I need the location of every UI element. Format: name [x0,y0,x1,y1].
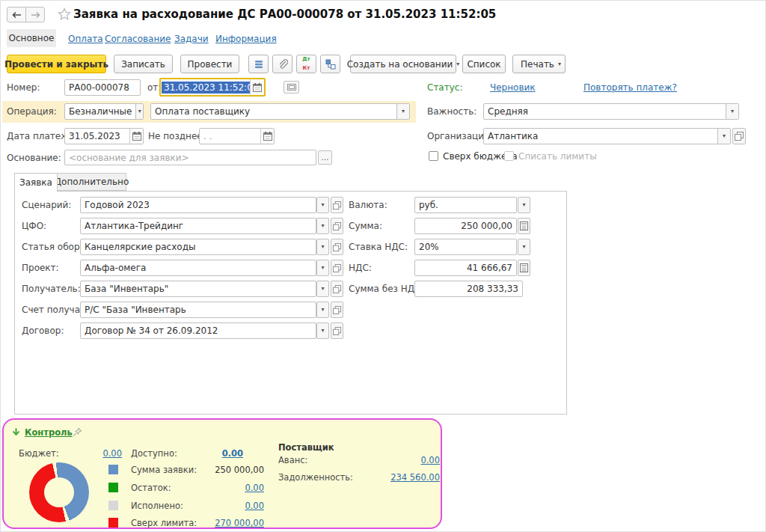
expand-down-icon[interactable] [12,428,20,437]
organization-open-button[interactable] [732,128,746,144]
forward-button[interactable] [25,7,45,22]
calendar-icon [263,132,272,141]
tab-dopolnitelno[interactable]: Дополнительно [57,173,126,191]
contract-open-button[interactable] [331,322,343,339]
available-value-link[interactable]: 0.00 [200,448,243,459]
over-budget-checkbox[interactable] [429,151,438,161]
recipient-field[interactable]: База "Инвентарь" [80,281,316,297]
vat-rate-field[interactable]: 20% [414,239,517,255]
open-item-icon [333,327,341,335]
recipient-account-choose-button[interactable]: ▾ [316,302,329,318]
basis-field[interactable]: <основание для заявки> [64,150,316,165]
open-item-icon [333,243,341,251]
chevron-down-icon[interactable]: ▾ [135,104,143,119]
debt-value-link[interactable]: 234 560.00 [355,472,440,483]
vat-rate-choose-button[interactable]: ▾ [518,239,530,255]
recipient-open-button[interactable] [331,281,343,297]
recipient-account-open-button[interactable] [331,302,343,318]
budget-value-link[interactable]: 0.00 [85,448,122,459]
operation-kind-select[interactable]: Оплата поставщику ▾ [150,103,410,120]
amount-calculator-button[interactable] [518,218,530,234]
currency-field[interactable]: руб. [414,197,517,213]
structure-icon [325,59,336,70]
project-open-button[interactable] [331,260,343,276]
tab-soglasovanie[interactable]: Согласование [105,34,171,44]
document-date-field[interactable]: 31.05.2023 11:52:05 [159,78,266,97]
cfo-field[interactable]: Атлантика-Трейдинг [80,218,316,234]
save-button[interactable]: Записать [114,55,173,73]
document-structure-button[interactable] [320,55,340,73]
open-journal-button[interactable] [284,81,299,94]
payment-date-field[interactable]: 31.05.2023 [64,128,144,144]
not-later-field[interactable]: . . [199,128,275,144]
vat-calculator-button[interactable] [518,260,530,276]
budget-label: Бюджет: [19,448,59,459]
legend-amount-label: Сумма заявки: [131,465,197,475]
status-value-link[interactable]: Черновик [490,82,536,93]
application-window: Заявка на расходование ДС РА00-000078 от… [0,0,766,532]
vat-field[interactable]: 41 666,67 [414,260,517,276]
recipient-choose-button[interactable]: ▾ [316,281,329,297]
chevron-down-icon[interactable]: ▾ [726,104,738,119]
calendar-button[interactable] [250,79,264,95]
recipient-account-field[interactable]: Р/С "База "Инвентарь [80,302,316,318]
operation-type-select[interactable]: Безналичные ▾ [64,103,144,120]
calendar-button[interactable] [129,129,143,144]
currency-choose-button[interactable]: ▾ [518,197,530,213]
importance-select[interactable]: Средняя ▾ [483,103,739,120]
contract-choose-button[interactable]: ▾ [316,322,329,339]
register-records-button[interactable] [248,55,269,73]
debt-label: Задолженность: [278,472,353,483]
tab-zadachi[interactable]: Задачи [174,34,209,44]
turnover-item-open-button[interactable] [331,239,343,255]
legend-executed-value-link[interactable]: 0.00 [191,501,264,511]
calculator-icon [520,263,528,272]
project-label: Проект: [22,263,59,273]
pin-icon[interactable] [73,427,82,437]
scenario-open-button[interactable] [331,197,343,213]
list-button[interactable]: Список [462,55,506,73]
amount-field[interactable]: 250 000,00 [414,218,517,234]
print-button[interactable]: Печать ▾ [512,55,566,73]
tab-osnovnoe[interactable]: Основное [7,29,56,47]
legend-remainder-value-link[interactable]: 0.00 [191,483,264,493]
legend-over-limit-value-link[interactable]: 270 000,00 [191,518,264,528]
turnover-item-field[interactable]: Канцелярские расходы [80,239,316,255]
advance-value-link[interactable]: 0.00 [355,455,440,465]
debit-icon: Дт [302,57,310,62]
chevron-down-icon[interactable]: ▾ [717,129,730,144]
number-field[interactable]: РА00-000078 [64,79,141,96]
cfo-choose-button[interactable]: ▾ [316,218,329,234]
tab-zayavka[interactable]: Заявка [14,173,58,192]
operation-kind-value: Оплата поставщику [151,106,396,117]
not-later-label: Не позднее: [148,131,206,141]
calendar-button[interactable] [260,129,274,144]
legend-swatch-amount [108,465,118,474]
project-field[interactable]: Альфа-омега [80,260,316,276]
scenario-field[interactable]: Годовой 2023 [80,197,316,213]
scenario-choose-button[interactable]: ▾ [316,197,329,213]
control-section-link[interactable]: Контроль [25,427,73,438]
currency-label: Валюта: [349,200,387,210]
create-based-on-button[interactable]: Создать на основании ▾ [350,55,456,73]
turnover-item-choose-button[interactable]: ▾ [316,239,329,255]
post-and-close-button[interactable]: Провести и закрыть [7,55,106,73]
tab-informaciya[interactable]: Информация [215,34,277,44]
tab-oplata[interactable]: Оплата [68,34,103,44]
repeat-payment-link[interactable]: Повторять платеж? [583,82,677,93]
vat-rate-label: Ставка НДС: [349,242,408,252]
dr-cr-postings-button[interactable]: Дт Кт [296,55,316,73]
open-item-icon [333,222,341,230]
favorite-star-icon[interactable] [58,7,71,21]
contract-field[interactable]: Договор № 34 от 26.09.2012 [80,322,316,339]
chevron-down-icon: ▾ [321,244,324,250]
basis-choose-button[interactable]: … [318,150,332,165]
advance-label: Аванс: [278,455,307,465]
project-choose-button[interactable]: ▾ [316,260,329,276]
cfo-open-button[interactable] [331,218,343,234]
chevron-down-icon[interactable]: ▾ [396,104,409,119]
attachments-button[interactable] [272,55,292,73]
back-button[interactable] [7,7,26,22]
post-button[interactable]: Провести [180,55,239,73]
organization-select[interactable]: Атлантика ▾ [483,128,731,144]
